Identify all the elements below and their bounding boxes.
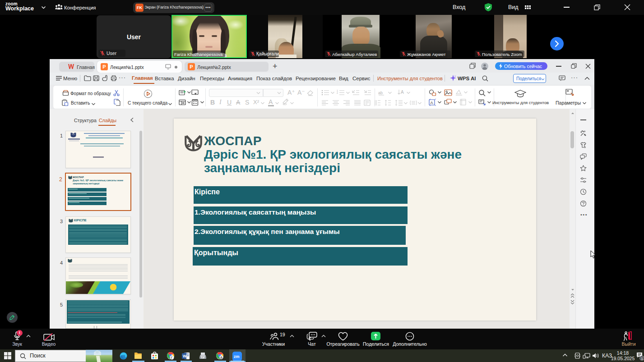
svg-text:2: 2 bbox=[337, 92, 338, 94]
svg-text:A: A bbox=[401, 90, 404, 95]
svg-text:A: A bbox=[431, 101, 433, 105]
svg-text:Г: Г bbox=[171, 356, 173, 360]
svg-text:ab: ab bbox=[378, 91, 383, 95]
svg-text:W: W bbox=[183, 354, 187, 358]
